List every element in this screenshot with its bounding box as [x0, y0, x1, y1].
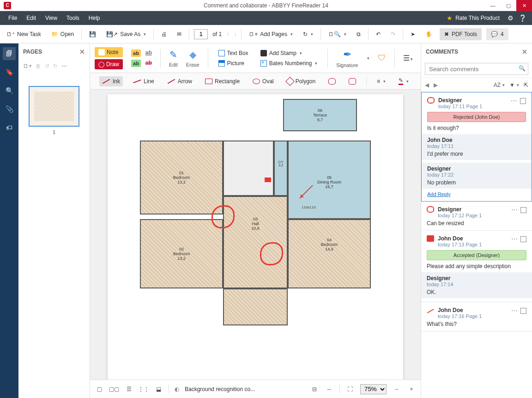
zoom-out-icon[interactable]: − [392, 385, 401, 394]
page-number-input[interactable] [194, 29, 208, 39]
search-nav-icon[interactable]: 🔍 [3, 84, 16, 97]
two-page-view-icon[interactable]: ▢▢ [109, 385, 119, 394]
prev-comment-icon[interactable]: ◀ [425, 82, 429, 88]
pages-nav-icon[interactable]: 🗐 [3, 47, 16, 60]
search-doc-button[interactable]: 🗋🔍▾ [326, 29, 349, 39]
shield-icon[interactable]: 🛡 [378, 53, 386, 63]
single-page-view-icon[interactable]: ▢ [95, 385, 104, 394]
next-comment-icon[interactable]: ▶ [434, 82, 438, 88]
picture-tool[interactable]: Picture [217, 59, 250, 67]
highlight-green-tool[interactable]: ab [131, 60, 141, 67]
comment-thread[interactable]: Designertoday 17:12 Page 1⋯Can be resize… [421, 202, 532, 231]
tags-nav-icon[interactable]: 🏷 [3, 121, 16, 134]
rotate-right-icon[interactable]: ↻ [53, 63, 58, 69]
comment-thread[interactable]: John Doetoday 17:13 Page 1⋯Accepted (Des… [421, 231, 532, 302]
maximize-button[interactable]: ▢ [501, 0, 516, 11]
collapse-all-icon[interactable]: ⇱ [524, 82, 528, 88]
line-weight-tool[interactable]: ≡▾ [374, 76, 388, 86]
search-icon[interactable]: 🔍 [519, 65, 526, 72]
strikethrough-tool[interactable]: ab [145, 60, 152, 67]
fit-width-icon[interactable]: ⬓ [154, 385, 163, 394]
minimize-button[interactable]: — [485, 0, 501, 11]
email-button[interactable]: ✉ [174, 29, 184, 39]
cloud-annotation-2[interactable] [260, 242, 283, 265]
menu-file[interactable]: File [4, 11, 22, 25]
thread-more-icon[interactable]: ⋯ [511, 97, 517, 104]
more-icon[interactable]: ⋯ [61, 63, 67, 69]
prev-page-button[interactable]: ↑ [226, 31, 229, 37]
compare-button[interactable]: ⧉ [354, 29, 363, 39]
thread-more-icon[interactable]: ⋯ [511, 206, 518, 214]
hand-button[interactable]: ✋ [423, 29, 435, 39]
chevron-down-icon[interactable]: ▾ [367, 56, 369, 61]
ink-tool[interactable]: Ink [99, 76, 123, 86]
poly-cloud-tool[interactable] [346, 76, 359, 86]
close-button[interactable]: ✕ [516, 0, 532, 11]
thread-checkbox[interactable] [520, 207, 526, 213]
add-pages-button[interactable]: 🗋+ Add Pages ▾ [246, 29, 296, 39]
bates-tool[interactable]: Bates Numbering▾ [259, 59, 320, 67]
edit-group[interactable]: ✎ Edit [169, 49, 178, 67]
comments-count-button[interactable]: 💬 4 [486, 28, 508, 40]
note-marker-annotation[interactable] [265, 178, 271, 182]
underline-tool[interactable]: ab [145, 49, 152, 57]
textbox-tool[interactable]: Text Box [217, 49, 250, 57]
thread-checkbox[interactable] [520, 98, 526, 104]
delete-page-icon[interactable]: 🗑 [36, 63, 41, 69]
fit-page-icon[interactable]: ⊟ [310, 385, 319, 394]
zoom-select[interactable]: 75% [360, 384, 387, 394]
open-button[interactable]: 📁 Open [48, 29, 77, 39]
next-page-button[interactable]: ↓ [234, 31, 236, 37]
add-stamp-tool[interactable]: Add Stamp▾ [259, 49, 320, 57]
fullscreen-icon[interactable]: ⛶ [345, 385, 355, 394]
oval-tool[interactable]: Oval [250, 76, 277, 86]
menu-view[interactable]: View [41, 11, 62, 25]
comments-list[interactable]: Designertoday 17:11 Page 1⋯Rejected (Joh… [421, 92, 532, 398]
add-page-icon[interactable]: 🗋+ [23, 63, 32, 69]
save-button[interactable]: 💾 [86, 29, 99, 39]
page-thumbnail[interactable] [29, 86, 79, 127]
sort-button[interactable]: AZ▾ [494, 82, 505, 88]
continuous-two-view-icon[interactable]: ⋮⋮ [139, 385, 148, 394]
arrow-tool[interactable]: Arrow [164, 76, 195, 86]
help-icon[interactable]: ❔ [516, 14, 528, 22]
print-button[interactable]: 🖨 [158, 29, 169, 39]
rotate-button[interactable]: ↻▾ [300, 29, 316, 39]
thread-more-icon[interactable]: ⋯ [511, 235, 518, 243]
polygon-tool[interactable]: Polygon [284, 76, 318, 86]
filter-button[interactable]: ▼▾ [509, 82, 519, 88]
close-comments-icon[interactable]: ✕ [522, 48, 527, 55]
document-page[interactable]: 06 Terrace 9,7 01 Bedroom 13,2 02 Bedroo… [108, 94, 403, 380]
rate-product[interactable]: ★ Rate This Product [442, 14, 504, 22]
canvas-viewport[interactable]: 06 Terrace 9,7 01 Bedroom 13,2 02 Bedroo… [90, 90, 421, 380]
new-task-button[interactable]: 🗋⁺ New Task [4, 29, 44, 39]
redo-button[interactable]: ↷ [388, 29, 398, 39]
bookmarks-nav-icon[interactable]: 🔖 [3, 66, 16, 79]
pdf-tools-button[interactable]: ✖ PDF Tools [440, 28, 482, 40]
rectangle-tool[interactable]: Rectangle [202, 76, 242, 86]
continuous-view-icon[interactable]: ☰ [124, 385, 133, 394]
settings-icon[interactable]: ⚙ [504, 14, 516, 22]
comment-thread[interactable]: John Doetoday 17:16 Page 1⋯What's this? [421, 302, 532, 331]
zoom-in-icon[interactable]: + [407, 385, 416, 394]
line-color-tool[interactable]: ✎▾ [396, 75, 411, 87]
comment-thread[interactable]: Designertoday 17:11 Page 1⋯Rejected (Joh… [421, 92, 532, 202]
menu-tools[interactable]: Tools [62, 11, 84, 25]
note-tool[interactable]: Note [95, 47, 123, 57]
attachments-nav-icon[interactable]: 📎 [3, 103, 16, 116]
thread-checkbox[interactable] [520, 236, 526, 242]
rotate-left-icon[interactable]: ↺ [45, 63, 49, 69]
menu-help[interactable]: Help [84, 11, 105, 25]
fit-width-icon2[interactable]: ↔ [325, 385, 334, 394]
menu-edit[interactable]: Edit [22, 11, 41, 25]
erase-group[interactable]: ◆ Erase [186, 49, 200, 67]
highlight-yellow-tool[interactable]: ab [131, 49, 141, 57]
add-reply-link[interactable]: Add Reply [427, 191, 451, 197]
signature-group[interactable]: ✒ Signature [336, 49, 358, 68]
thread-more-icon[interactable]: ⋯ [511, 307, 518, 314]
save-as-button[interactable]: 💾↗ Save As ▾ [103, 29, 149, 39]
comment-search-input[interactable] [425, 63, 528, 75]
line-tool[interactable]: Line [130, 76, 157, 86]
cloud-annotation-1[interactable] [212, 205, 235, 228]
list-options-icon[interactable]: ☰▾ [403, 54, 413, 62]
